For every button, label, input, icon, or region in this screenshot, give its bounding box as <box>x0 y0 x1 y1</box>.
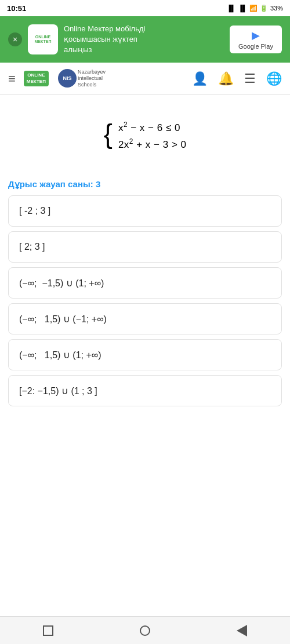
answer-option-3-text: (−∞; −1,5) ∪ (1; +∞) <box>19 278 104 289</box>
nav-right-icons: 👤 🔔 ☰ 🌐 <box>192 71 282 86</box>
equation-1: x2 − x − 6 ≤ 0 <box>118 121 187 134</box>
avatar-icon[interactable]: 👤 <box>192 71 208 86</box>
answer-count-label: Дұрыс жауап саны: 3 <box>8 179 282 190</box>
nav-logo-line1: ONLINE <box>27 72 46 78</box>
wifi-icon: 📶 <box>249 5 258 12</box>
answer-option-1[interactable]: [ -2 ; 3 ] <box>8 195 282 227</box>
home-circle-icon <box>140 625 150 636</box>
status-time: 10:51 <box>7 4 26 13</box>
banner-logo-line2: МЕКТЕП <box>35 39 52 44</box>
nav-logo-box: ONLINE МЕКТЕП <box>24 71 49 86</box>
bell-icon[interactable]: 🔔 <box>218 71 234 86</box>
equation-2: 2x2 + x − 3 > 0 <box>118 137 187 151</box>
answer-option-6[interactable]: [−2: −1,5) ∪ (1 ; 3 ] <box>8 375 282 406</box>
home-button[interactable] <box>131 617 159 645</box>
back-button[interactable] <box>228 617 256 645</box>
banner-text: Online Мектер мобільдіқосымшасын жүктепа… <box>64 24 145 56</box>
banner-logo: ONLINE МЕКТЕП <box>28 24 58 54</box>
back-triangle-icon <box>237 625 247 636</box>
banner-logo-line1: ONLINE <box>35 35 50 39</box>
answer-option-4-text: (−∞; 1,5) ∪ (−1; +∞) <box>19 314 107 325</box>
play-store-icon: ▶ <box>252 29 260 42</box>
navigation-bar: ≡ ONLINE МЕКТЕП NIS NazarbayevIntellectu… <box>0 63 290 95</box>
banner-right-section: ▶ Google Play <box>230 26 282 53</box>
battery-percent: 33% <box>270 5 283 12</box>
answer-option-2-text: [ 2; 3 ] <box>19 242 45 252</box>
recent-apps-button[interactable] <box>34 617 62 645</box>
google-play-button[interactable]: ▶ Google Play <box>230 26 282 53</box>
banner-left-section: × ONLINE МЕКТЕП Online Мектер мобільдіқо… <box>8 24 145 56</box>
answer-section: Дұрыс жауап саны: 3 [ -2 ; 3 ] [ 2; 3 ] … <box>0 179 290 406</box>
answer-option-1-text: [ -2 ; 3 ] <box>19 206 50 216</box>
nis-circle-logo: NIS <box>58 69 77 88</box>
app-banner: × ONLINE МЕКТЕП Online Мектер мобільдіқо… <box>0 16 290 63</box>
square-icon <box>43 625 53 636</box>
status-icons: ▐▌ ▐▌ 📶 🔋 33% <box>227 5 283 12</box>
nav-logo-line2: МЕКТЕП <box>27 79 46 85</box>
bottom-navigation <box>0 616 290 644</box>
main-content: { x2 − x − 6 ≤ 0 2x2 + x − 3 > 0 <box>0 95 290 179</box>
answer-option-5[interactable]: (−∞; 1,5) ∪ (1; +∞) <box>8 339 282 370</box>
answer-option-6-text: [−2: −1,5) ∪ (1 ; 3 ] <box>19 385 97 396</box>
nis-label: NIS <box>63 75 71 81</box>
answer-option-4[interactable]: (−∞; 1,5) ∪ (−1; +∞) <box>8 303 282 334</box>
nav-logo: ONLINE МЕКТЕП <box>24 71 49 86</box>
answer-count-value: 3 <box>96 179 100 189</box>
signal-icon: ▐▌ <box>227 5 236 12</box>
nis-logo: NIS NazarbayevIntellectualSchools <box>58 69 106 88</box>
hamburger-icon[interactable]: ≡ <box>8 71 16 86</box>
google-play-label: Google Play <box>238 43 273 50</box>
globe-icon[interactable]: 🌐 <box>266 71 282 86</box>
answer-option-2[interactable]: [ 2; 3 ] <box>8 231 282 263</box>
math-equations: x2 − x − 6 ≤ 0 2x2 + x − 3 > 0 <box>118 121 187 150</box>
close-icon: × <box>13 35 17 43</box>
answer-option-3[interactable]: (−∞; −1,5) ∪ (1; +∞) <box>8 267 282 299</box>
signal-icon-2: ▐▌ <box>238 5 247 12</box>
answer-count-text: Дұрыс жауап саны: <box>8 179 93 189</box>
math-brace: { <box>104 121 113 147</box>
nis-subtext: NazarbayevIntellectualSchools <box>78 69 106 88</box>
math-system: { x2 − x − 6 ≤ 0 2x2 + x − 3 > 0 <box>12 107 278 173</box>
battery-indicator: 🔋 <box>260 5 268 12</box>
answer-option-5-text: (−∞; 1,5) ∪ (1; +∞) <box>19 350 102 361</box>
menu-icon[interactable]: ☰ <box>244 71 256 86</box>
banner-close-button[interactable]: × <box>8 32 22 46</box>
status-bar: 10:51 ▐▌ ▐▌ 📶 🔋 33% <box>0 0 290 16</box>
